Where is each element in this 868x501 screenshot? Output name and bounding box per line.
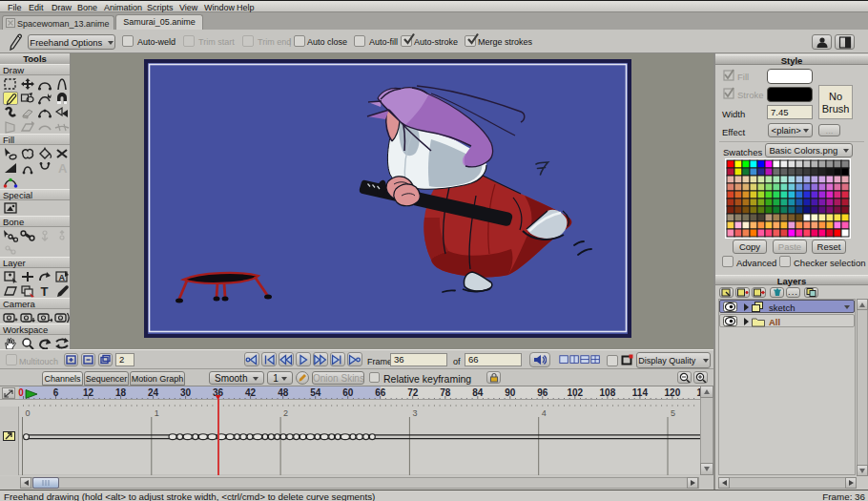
- svg-text:T: T: [41, 284, 49, 298]
- svg-text:120: 120: [665, 387, 681, 398]
- svg-text:4: 4: [542, 408, 547, 418]
- svg-text:12: 12: [83, 387, 94, 398]
- svg-text:A: A: [58, 161, 68, 175]
- svg-text:2: 2: [283, 408, 288, 418]
- svg-text:48: 48: [278, 387, 289, 398]
- svg-text:108: 108: [600, 387, 616, 398]
- svg-text:30: 30: [180, 387, 192, 398]
- svg-text:A: A: [59, 273, 66, 282]
- svg-text:90: 90: [505, 387, 516, 398]
- svg-text:54: 54: [310, 387, 321, 398]
- svg-text:66: 66: [375, 387, 386, 398]
- svg-text:84: 84: [472, 387, 484, 398]
- svg-text:78: 78: [440, 387, 451, 398]
- svg-text:72: 72: [407, 387, 419, 398]
- svg-text:1: 1: [155, 408, 159, 418]
- svg-text:0: 0: [26, 408, 31, 418]
- svg-text:114: 114: [632, 387, 649, 398]
- svg-text:5: 5: [671, 408, 675, 418]
- svg-text:0: 0: [18, 387, 24, 398]
- svg-text:96: 96: [537, 387, 548, 398]
- svg-text:102: 102: [567, 387, 583, 398]
- svg-text:60: 60: [342, 387, 354, 398]
- svg-text:18: 18: [115, 387, 127, 398]
- svg-text:3: 3: [412, 408, 417, 418]
- svg-text:6: 6: [53, 387, 59, 398]
- svg-text:42: 42: [245, 387, 257, 398]
- svg-text:24: 24: [148, 387, 159, 398]
